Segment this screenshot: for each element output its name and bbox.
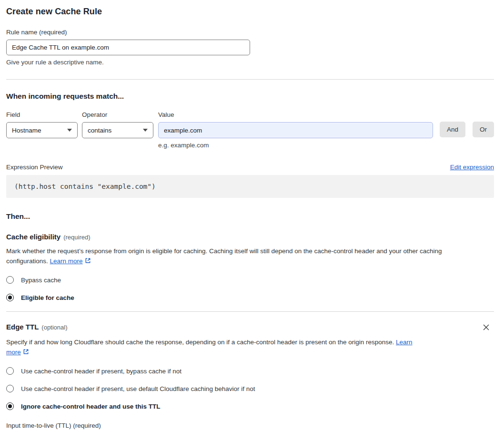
expression-preview-header: Expression Preview Edit expression <box>6 164 494 171</box>
radio-label: Ignore cache-control header and use this… <box>21 403 161 410</box>
operator-select-value: contains <box>88 127 111 134</box>
create-cache-rule-form: Create new Cache Rule Rule name (require… <box>0 0 504 432</box>
radio-bypass-cache[interactable]: Bypass cache <box>6 276 494 284</box>
close-icon[interactable] <box>482 323 491 332</box>
field-label: Field <box>6 111 78 118</box>
ttl-label: Input time-to-live (TTL) (required) <box>6 422 494 429</box>
chevron-down-icon <box>67 129 72 132</box>
edge-ttl-description-text: Specify if and how long Cloudflare shoul… <box>6 339 394 346</box>
edge-ttl-header: Edge TTL (optional) <box>6 323 494 332</box>
value-help: e.g. example.com <box>158 142 433 149</box>
radio-use-header-bypass[interactable]: Use cache-control header if present, byp… <box>6 367 494 375</box>
cache-eligibility-learn-more-link[interactable]: Learn more <box>50 257 83 265</box>
radio-icon <box>6 385 14 392</box>
operator-select[interactable]: contains <box>82 122 153 138</box>
radio-use-header-default[interactable]: Use cache-control header if present, use… <box>6 385 494 392</box>
radio-label: Bypass cache <box>21 277 61 284</box>
match-clause-row: Field Hostname Operator contains Value e… <box>6 111 494 149</box>
radio-label: Use cache-control header if present, use… <box>21 385 255 392</box>
radio-icon <box>6 294 14 301</box>
operator-label: Operator <box>82 111 153 118</box>
radio-ignore-header-use-ttl[interactable]: Ignore cache-control header and use this… <box>6 402 494 410</box>
radio-eligible-for-cache[interactable]: Eligible for cache <box>6 294 494 301</box>
and-button[interactable]: And <box>440 122 465 137</box>
then-section-title: Then... <box>6 212 494 221</box>
radio-label: Use cache-control header if present, byp… <box>21 368 181 375</box>
value-input[interactable] <box>158 122 433 138</box>
divider <box>6 79 494 80</box>
edge-ttl-title: Edge TTL <box>6 323 39 331</box>
radio-icon <box>6 276 14 284</box>
cache-eligibility-header: Cache eligibility (required) <box>6 233 494 241</box>
rule-name-input[interactable] <box>6 40 250 55</box>
rule-name-label: Rule name (required) <box>6 29 494 36</box>
expression-preview-label: Expression Preview <box>6 164 63 171</box>
radio-icon <box>6 402 14 410</box>
cache-eligibility-title: Cache eligibility <box>6 233 60 241</box>
radio-icon <box>6 367 14 375</box>
edge-ttl-description: Specify if and how long Cloudflare shoul… <box>6 337 416 357</box>
rule-name-group: Rule name (required) Give your rule a de… <box>6 29 494 66</box>
chevron-down-icon <box>143 129 148 132</box>
divider <box>6 311 494 312</box>
cache-eligibility-required-badge: (required) <box>63 234 90 241</box>
match-section-title: When incoming requests match... <box>6 92 494 101</box>
radio-label: Eligible for cache <box>21 294 74 301</box>
rule-name-help: Give your rule a descriptive name. <box>6 59 494 66</box>
value-label: Value <box>158 111 433 118</box>
field-select-value: Hostname <box>12 127 41 134</box>
or-button[interactable]: Or <box>473 122 494 137</box>
external-link-icon <box>85 257 91 264</box>
edit-expression-link[interactable]: Edit expression <box>450 164 494 171</box>
page-title: Create new Cache Rule <box>6 7 494 17</box>
cache-eligibility-description: Mark whether the request’s response from… <box>6 246 485 266</box>
expression-preview-code: (http.host contains "example.com") <box>6 175 494 198</box>
edge-ttl-optional-badge: (optional) <box>41 324 67 331</box>
field-select[interactable]: Hostname <box>6 122 78 138</box>
external-link-icon <box>23 349 29 355</box>
